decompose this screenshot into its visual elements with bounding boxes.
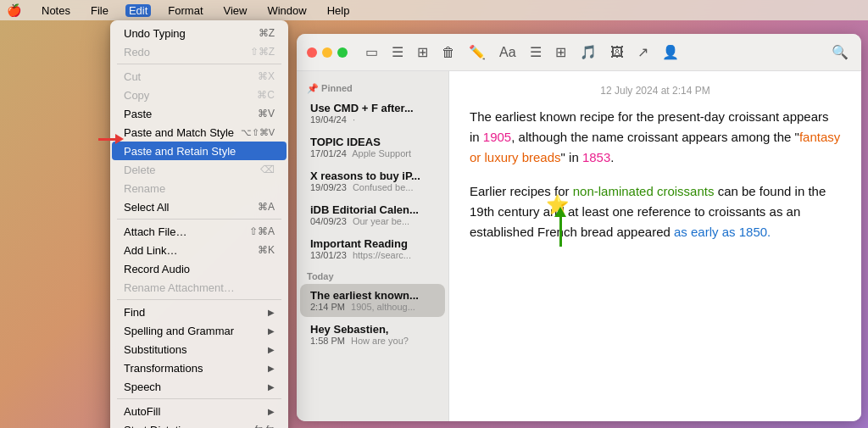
menubar-file[interactable]: File [87, 4, 112, 17]
notes-sidebar: 📌 Pinned Use CMD + F after... 19/04/24 ·… [297, 71, 449, 421]
text-highlight-early: as early as 1850. [674, 225, 771, 239]
close-button[interactable] [307, 47, 317, 58]
menu-copy[interactable]: Copy ⌘C [112, 86, 287, 104]
window-toolbar: ▭ ☰ ⊞ 🗑 ✏️ Aa ☰ ⊞ 🎵 🖼 ↗ 👤 🔍 [297, 34, 861, 71]
pinned-section-label: 📌 Pinned [297, 78, 448, 96]
today-section-label: Today [297, 266, 448, 283]
text-highlight-1853: 1853 [582, 150, 610, 164]
red-arrow [98, 134, 124, 144]
sidebar-toggle-icon[interactable]: ▭ [363, 42, 381, 63]
list-item[interactable]: The earliest known... 2:14 PM 1905, alth… [300, 284, 445, 317]
menu-paste[interactable]: Paste ⌘V [112, 104, 287, 123]
search-icon[interactable]: 🔍 [829, 42, 851, 63]
menu-substitutions[interactable]: Substitutions ▶ [112, 340, 287, 359]
menu-autofill[interactable]: AutoFill ▶ [112, 402, 287, 420]
menu-spelling-grammar[interactable]: Spelling and Grammar ▶ [112, 321, 287, 340]
red-arrow-line [98, 138, 115, 141]
media-icon[interactable]: 🖼 [608, 42, 626, 63]
text-highlight-non-laminated: non-laminated croissants [573, 184, 715, 198]
menubar-format[interactable]: Format [164, 4, 206, 17]
separator-1 [117, 64, 281, 64]
menubar-help[interactable]: Help [324, 4, 353, 17]
notes-window: ▭ ☰ ⊞ 🗑 ✏️ Aa ☰ ⊞ 🎵 🖼 ↗ 👤 🔍 📌 Pinned Use… [297, 34, 861, 421]
traffic-lights [307, 47, 348, 58]
list-item[interactable]: Important Reading 13/01/23 https://searc… [300, 232, 445, 265]
list-view-icon[interactable]: ☰ [389, 42, 406, 63]
apple-icon[interactable]: 🍎 [7, 3, 21, 17]
note-editor[interactable]: 12 July 2024 at 2:14 PM The earliest kno… [449, 71, 861, 421]
minimize-button[interactable] [322, 47, 332, 58]
menu-find[interactable]: Find ▶ [112, 303, 287, 321]
delete-icon[interactable]: 🗑 [439, 42, 458, 63]
menu-cut[interactable]: Cut ⌘X [112, 67, 287, 86]
separator-2 [117, 219, 281, 220]
menu-transformations[interactable]: Transformations ▶ [112, 359, 287, 377]
list-item[interactable]: Hey Sebastien, 1:58 PM How are you? [300, 318, 445, 351]
checklist-icon[interactable]: ☰ [527, 42, 544, 63]
note-paragraph-1: The earliest known recipe for the presen… [470, 107, 841, 168]
note-body: The earliest known recipe for the presen… [470, 107, 841, 242]
audio-icon[interactable]: 🎵 [577, 42, 599, 63]
list-item[interactable]: iDB Editorial Calen... 04/09/23 Our year… [300, 198, 445, 231]
menu-attach-file[interactable]: Attach File… ⇧⌘A [112, 222, 287, 241]
menubar-window[interactable]: Window [264, 4, 309, 17]
green-arrow [554, 207, 566, 247]
text-highlight-1905: 1905 [483, 130, 511, 144]
share-icon[interactable]: ↗ [635, 42, 651, 63]
collab-icon[interactable]: 👤 [659, 42, 682, 63]
text-highlight-fantasy: fantasy or luxury breads [470, 130, 840, 164]
table-icon[interactable]: ⊞ [553, 42, 569, 63]
list-item[interactable]: Use CMD + F after... 19/04/24 · [300, 97, 445, 130]
red-arrow-head [115, 134, 124, 144]
note-date: 12 July 2024 at 2:14 PM [470, 85, 841, 97]
menubar-notes[interactable]: Notes [38, 4, 74, 17]
menu-redo[interactable]: Redo ⇧⌘Z [112, 42, 287, 61]
annotation-area: Earlier recipes for non-laminated croiss… [470, 181, 841, 242]
menubar: 🍎 Notes File Edit Format View Window Hel… [0, 0, 868, 20]
separator-3 [117, 299, 281, 300]
edit-menu: Undo Typing ⌘Z Redo ⇧⌘Z Cut ⌘X Copy ⌘C P… [110, 20, 288, 428]
separator-4 [117, 398, 281, 399]
menu-paste-match-style[interactable]: Paste and Match Style ⌥⇧⌘V [112, 123, 287, 142]
menubar-edit[interactable]: Edit [125, 4, 151, 17]
menu-rename[interactable]: Rename [112, 179, 287, 197]
compose-icon[interactable]: ✏️ [466, 42, 488, 63]
menu-select-all[interactable]: Select All ⌘A [112, 197, 287, 216]
fullscreen-button[interactable] [337, 47, 348, 58]
menu-record-audio[interactable]: Record Audio [112, 259, 287, 278]
menubar-view[interactable]: View [220, 4, 251, 17]
font-icon[interactable]: Aa [497, 42, 519, 63]
menu-add-link[interactable]: Add Link… ⌘K [112, 241, 287, 259]
list-item[interactable]: X reasons to buy iP... 19/09/23 Confused… [300, 164, 445, 197]
gallery-view-icon[interactable]: ⊞ [415, 42, 431, 63]
list-item[interactable]: TOPIC IDEAS 17/01/24 Apple Support [300, 131, 445, 164]
note-paragraph-2: Earlier recipes for non-laminated croiss… [470, 181, 841, 242]
menu-start-dictation[interactable]: Start Dictation… fn fn [112, 420, 287, 428]
window-content: 📌 Pinned Use CMD + F after... 19/04/24 ·… [297, 71, 861, 421]
menu-paste-retain-style[interactable]: Paste and Retain Style [112, 142, 287, 160]
menu-undo[interactable]: Undo Typing ⌘Z [112, 24, 287, 42]
menu-delete[interactable]: Delete ⌫ [112, 160, 287, 179]
menu-speech[interactable]: Speech ▶ [112, 377, 287, 396]
menu-rename-attachment[interactable]: Rename Attachment… [112, 278, 287, 297]
